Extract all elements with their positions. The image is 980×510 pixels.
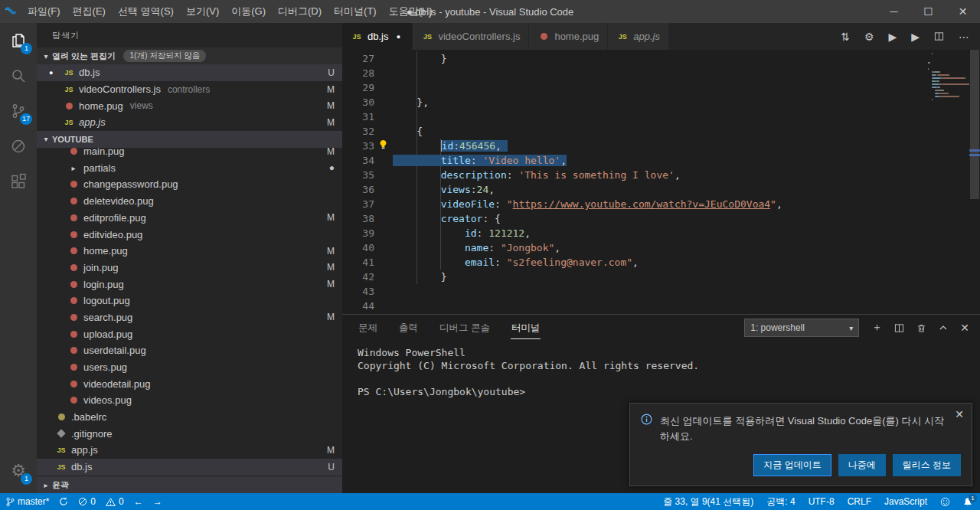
tree-item[interactable]: videodetail.pug — [37, 375, 342, 392]
dirty-indicator[interactable]: ● — [393, 33, 403, 41]
code-line-34[interactable]: 34 title: 'Video hello', — [342, 153, 969, 168]
open-editor-item[interactable]: ●JSdb.jsU — [37, 64, 342, 81]
code-line-42[interactable]: 42 } — [342, 270, 969, 284]
tree-item[interactable]: changepassword.pug — [37, 176, 342, 193]
tree-item[interactable]: search.pugM — [37, 309, 342, 326]
close-button[interactable]: ✕ — [946, 0, 980, 23]
tree-item[interactable]: main.pugM — [37, 148, 342, 160]
code-line-35[interactable]: 35 description: 'This is something I lov… — [342, 168, 969, 182]
tree-item[interactable]: ▸partials● — [37, 159, 342, 176]
code-line-33[interactable]: 33 id:456456, — [342, 139, 969, 153]
tree-item[interactable]: editprofile.pugM — [37, 210, 342, 227]
run-code-icon[interactable]: ▶ — [911, 31, 920, 43]
menu-item-5[interactable]: 디버그(D) — [272, 5, 328, 17]
maximize-button[interactable]: ☐ — [911, 0, 946, 23]
status-right-0[interactable]: 줄 33, 열 9(41 선택됨) — [663, 495, 753, 508]
tree-item[interactable]: .babelrc — [37, 409, 342, 426]
maximize-panel-icon[interactable] — [939, 323, 948, 332]
code-line-44[interactable]: 44 — [342, 299, 969, 313]
code-line-31[interactable]: 31 — [342, 110, 969, 124]
tree-item[interactable]: editvideo.pug — [37, 226, 342, 243]
close-panel-icon[interactable]: ✕ — [960, 322, 969, 334]
close-icon[interactable]: ✕ — [955, 409, 964, 420]
menu-item-0[interactable]: 파일(F) — [21, 5, 67, 17]
search-activity-icon[interactable] — [0, 58, 37, 93]
tree-item[interactable]: home.pugM — [37, 243, 342, 260]
tree-item[interactable]: JSapp.jsM — [37, 442, 342, 459]
panel-tab-출력[interactable]: 출력 — [398, 316, 419, 339]
panel-tab-터미널[interactable]: 터미널 — [511, 316, 541, 339]
code-line-27[interactable]: 27 } — [342, 51, 969, 66]
kill-terminal-icon[interactable] — [916, 323, 926, 333]
code-line-32[interactable]: 32 { — [342, 124, 969, 139]
status-right-2[interactable]: UTF-8 — [808, 496, 835, 507]
menu-item-1[interactable]: 편집(E) — [67, 5, 112, 17]
tree-item[interactable]: logout.pug — [37, 293, 342, 309]
open-editors-section-header[interactable]: ▾ 열려 있는 편집기 1(개) 저장되지 않음 — [37, 47, 342, 64]
code-line-38[interactable]: 38 creator: { — [342, 211, 969, 226]
notification-button-0[interactable]: 지금 업데이트 — [753, 454, 831, 476]
status-arrow-right[interactable]: → — [153, 496, 162, 507]
tab-home.pug[interactable]: home.pug — [529, 23, 608, 50]
status-arrow-left[interactable]: ← — [134, 496, 143, 507]
tree-item[interactable]: users.pug — [37, 359, 342, 376]
more-actions-icon[interactable]: ⋯ — [959, 31, 969, 43]
status-warning[interactable]: 0 — [106, 496, 124, 507]
settings-gear-icon[interactable]: ⚙ 1 — [0, 453, 37, 489]
minimize-button[interactable]: ─ — [877, 0, 911, 23]
notification-button-1[interactable]: 나중에 — [838, 454, 886, 476]
feedback-smiley-icon[interactable] — [940, 497, 950, 507]
menu-item-6[interactable]: 터미널(T) — [328, 5, 383, 17]
menu-item-2[interactable]: 선택 영역(S) — [112, 5, 180, 17]
code-line-28[interactable]: 28 — [342, 66, 969, 80]
status-right-4[interactable]: JavaScript — [884, 496, 927, 507]
tree-item[interactable]: deletevideo.pug — [37, 193, 342, 210]
tree-item[interactable]: userdetail.pug — [37, 342, 342, 359]
settings-icon[interactable]: ⚙ — [864, 31, 874, 43]
tab-videoControllers.js[interactable]: JSvideoControllers.js — [413, 23, 529, 50]
code-line-43[interactable]: 43 — [342, 284, 969, 299]
tab-app.js[interactable]: JSapp.js — [608, 23, 669, 50]
tree-item[interactable]: .gitignore — [37, 425, 342, 442]
run-icon[interactable]: ▶ — [888, 31, 897, 43]
code-line-41[interactable]: 41 email: "s2feeling@naver.com", — [342, 255, 969, 270]
status-branch[interactable]: master* — [6, 496, 49, 507]
open-editor-item[interactable]: JSapp.jsM — [37, 114, 342, 131]
tree-item[interactable]: join.pugM — [37, 260, 342, 276]
status-right-1[interactable]: 공백: 4 — [766, 495, 795, 508]
status-right-3[interactable]: CRLF — [848, 496, 871, 507]
notification-button-2[interactable]: 릴리스 정보 — [893, 454, 961, 476]
status-error[interactable]: 0 — [78, 496, 96, 507]
source-control-activity-icon[interactable]: 17 — [0, 93, 37, 129]
terminal-output[interactable]: Windows PowerShellCopyright (C) Microsof… — [342, 341, 980, 398]
code-line-37[interactable]: 37 videoFile: "https://www.youtube.com/w… — [342, 197, 969, 211]
open-editor-item[interactable]: JSvideoControllers.jscontrollersM — [37, 81, 342, 98]
minimap[interactable] — [925, 53, 969, 108]
tree-item[interactable]: JSdb.jsU — [37, 459, 342, 476]
folder-section-header[interactable]: ▾ YOUTUBE — [37, 131, 342, 148]
explorer-activity-icon[interactable]: 1 — [0, 23, 37, 58]
tab-db.js[interactable]: JSdb.js● — [342, 23, 413, 50]
code-line-29[interactable]: 29 — [342, 80, 969, 95]
code-line-30[interactable]: 30 }, — [342, 95, 969, 110]
outline-section-header[interactable]: ▸ 윤곽 — [37, 476, 342, 493]
extensions-activity-icon[interactable] — [0, 164, 37, 199]
code-line-40[interactable]: 40 name: "Jongbok", — [342, 240, 969, 255]
new-terminal-icon[interactable]: ＋ — [871, 321, 882, 335]
debug-activity-icon[interactable] — [0, 129, 37, 164]
notifications-bell-icon[interactable]: 1 — [963, 497, 972, 507]
tree-item[interactable]: videos.pug — [37, 392, 342, 409]
lightbulb-icon[interactable] — [374, 139, 393, 153]
editor-scrollbar[interactable] — [969, 50, 980, 314]
terminal-select[interactable]: 1: powershell ▾ — [744, 319, 859, 337]
scrollbar-thumb[interactable] — [970, 50, 979, 199]
status-sync[interactable] — [59, 497, 68, 506]
open-editor-item[interactable]: home.pugviewsM — [37, 97, 342, 114]
swap-arrows-icon[interactable]: ⇅ — [841, 31, 850, 43]
split-editor-icon[interactable] — [934, 31, 944, 41]
tree-item[interactable]: login.pugM — [37, 276, 342, 293]
split-terminal-icon[interactable] — [894, 323, 904, 333]
code-line-39[interactable]: 39 id: 121212, — [342, 226, 969, 240]
menu-item-3[interactable]: 보기(V) — [180, 5, 225, 17]
tree-item[interactable]: upload.pug — [37, 325, 342, 342]
